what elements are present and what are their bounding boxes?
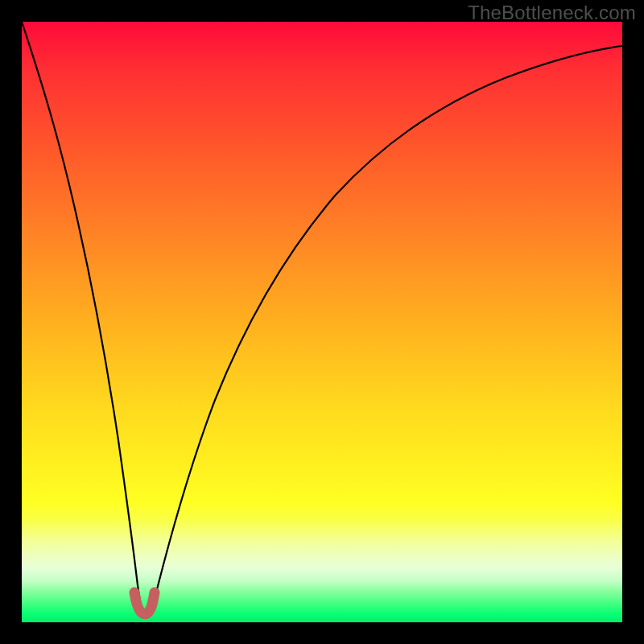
watermark-text: TheBottleneck.com: [468, 2, 636, 24]
bottleneck-curve: [22, 22, 622, 618]
gradient-plot-area: [22, 22, 622, 622]
curve-layer: [22, 22, 622, 622]
trough-marker-path: [134, 592, 155, 614]
trough-marker: [134, 592, 155, 614]
chart-frame: TheBottleneck.com: [0, 0, 644, 644]
curve-path: [22, 22, 622, 618]
